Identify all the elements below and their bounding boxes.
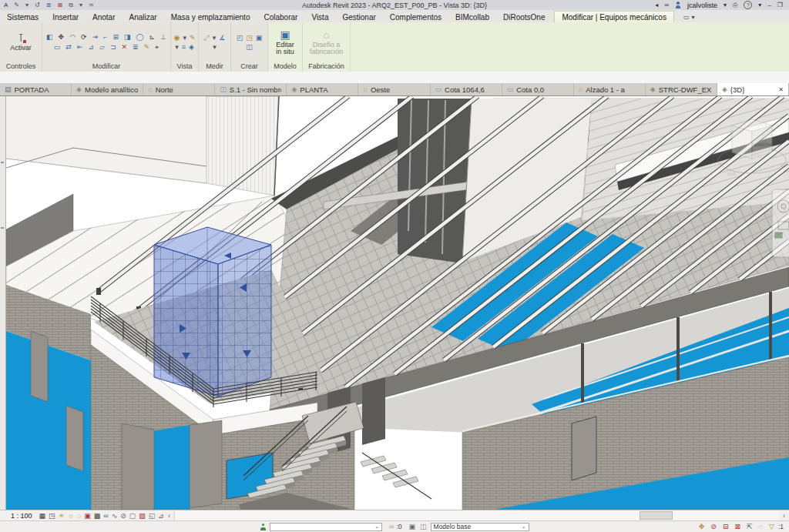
- design-options-icon[interactable]: ▣: [409, 523, 416, 530]
- collapse-icon[interactable]: ◂: [655, 2, 658, 8]
- help-menu-chevron-icon[interactable]: ▾: [758, 2, 761, 8]
- drawing-area[interactable]: DERECHA ESTE SUR ⌂: [0, 96, 789, 510]
- qat-icon[interactable]: ▾: [79, 0, 82, 10]
- tool-icon[interactable]: ⟳: [81, 33, 87, 41]
- view-tab[interactable]: ◈ PLANTA: [287, 83, 358, 95]
- tool-icon[interactable]: ▾: [213, 34, 217, 42]
- ribbon-tab[interactable]: Sistemas: [0, 12, 45, 22]
- qat-icon[interactable]: ⊠: [57, 0, 62, 10]
- tool-icon[interactable]: ⤢: [204, 34, 210, 42]
- status-icon[interactable]: ⊘: [710, 523, 717, 530]
- qat-icon[interactable]: ⧉: [69, 0, 73, 10]
- app-store-icon[interactable]: ⎙: [733, 2, 737, 9]
- view-control-icon[interactable]: ⊘: [120, 512, 126, 520]
- tool-icon[interactable]: ▭: [54, 43, 61, 51]
- editar-in-situ-button[interactable]: ▣ Editar in situ: [276, 28, 294, 56]
- status-icon[interactable]: ✥: [699, 523, 705, 530]
- panel-label-vista[interactable]: Vista: [171, 62, 198, 72]
- view-tab[interactable]: ⌂ Norte: [143, 83, 215, 95]
- 3d-model-view[interactable]: DERECHA ESTE SUR ⌂: [6, 96, 789, 510]
- view-control-icon[interactable]: ◳: [49, 512, 55, 520]
- status-icon[interactable]: ⊠: [734, 523, 740, 530]
- tool-icon[interactable]: ✥: [59, 33, 65, 41]
- status-icon[interactable]: ⇱: [747, 523, 753, 530]
- tool-icon[interactable]: ⊐: [110, 43, 116, 51]
- tool-icon[interactable]: ⇤: [77, 43, 83, 51]
- activar-button[interactable]: ⊺ Activar: [10, 32, 32, 52]
- view-control-icon[interactable]: ▢: [129, 512, 136, 520]
- view-tab[interactable]: ▭ Cota 1064,6: [431, 83, 502, 95]
- ribbon-tab[interactable]: Complementos: [383, 12, 448, 22]
- diseno-fabricacion-button[interactable]: ⌂ Diseño a fabricación: [310, 28, 344, 56]
- tool-icon[interactable]: ⇄: [65, 43, 72, 51]
- tool-icon[interactable]: ✕: [121, 43, 127, 51]
- ribbon-tab[interactable]: Colaborar: [257, 12, 304, 22]
- tool-icon[interactable]: ◨: [124, 33, 131, 41]
- tool-icon[interactable]: ◫: [246, 43, 253, 51]
- view-tab[interactable]: ⌂ Alzado 1 - a: [574, 83, 646, 95]
- restore-button[interactable]: ❐: [777, 2, 783, 8]
- view-tab[interactable]: ◈ Modelo analítico: [72, 83, 143, 95]
- scroll-left-arrow[interactable]: ‹: [164, 512, 174, 520]
- qat-icon[interactable]: ≂: [89, 0, 94, 10]
- qat-icon[interactable]: A: [4, 0, 8, 10]
- scrollbar-thumb[interactable]: [640, 511, 673, 520]
- panel-label-fabricacion[interactable]: Fabricación: [303, 62, 350, 72]
- tool-icon[interactable]: ◉: [174, 34, 180, 42]
- modify-options-chip[interactable]: ▭ ▾: [674, 12, 704, 22]
- user-menu-chevron-icon[interactable]: ▾: [724, 2, 727, 8]
- search-icon[interactable]: ∞: [664, 2, 669, 8]
- qat-icon[interactable]: ≣: [46, 0, 52, 10]
- tool-icon[interactable]: ∡: [219, 34, 225, 42]
- status-icon[interactable]: ⊟: [723, 523, 729, 530]
- view-control-icon[interactable]: ∞: [103, 512, 108, 520]
- minimize-button[interactable]: –: [767, 2, 771, 8]
- panel-label-controles[interactable]: Controles: [0, 62, 42, 72]
- worksets-icon[interactable]: [260, 524, 266, 530]
- qat-icon[interactable]: ▾: [25, 0, 29, 10]
- horizontal-scrollbar[interactable]: [174, 510, 779, 520]
- link-icon[interactable]: ∞: [389, 523, 394, 530]
- tool-icon[interactable]: ◈: [189, 43, 194, 51]
- panel-label-modelo[interactable]: Modelo: [268, 62, 302, 72]
- tool-icon[interactable]: ▱: [99, 43, 105, 51]
- viewcube-home-icon[interactable]: ⌂: [721, 110, 725, 117]
- view-tab[interactable]: ◫ S.1 - Sin nombre: [215, 83, 287, 95]
- tool-icon[interactable]: ⊾: [149, 33, 156, 41]
- scroll-right-arrow[interactable]: ›: [779, 512, 789, 520]
- qat-icon[interactable]: ✎: [14, 0, 19, 10]
- tool-icon[interactable]: ▣: [256, 34, 263, 42]
- view-control-icon[interactable]: ◌: [77, 512, 81, 520]
- view-tab[interactable]: ▤ PORTADA: [0, 83, 72, 95]
- status-icon[interactable]: ○: [759, 523, 763, 530]
- view-control-icon[interactable]: ▣: [84, 512, 91, 520]
- tool-icon[interactable]: ≡: [182, 43, 186, 51]
- contextual-ribbon-tab[interactable]: Modificar | Equipos mecánicos: [554, 11, 673, 22]
- ribbon-tab[interactable]: Vista: [304, 12, 335, 22]
- tool-icon[interactable]: ◧: [46, 33, 53, 41]
- panel-label-medir[interactable]: Medir: [199, 62, 230, 72]
- scale-button[interactable]: 1 : 100: [0, 512, 39, 520]
- help-icon[interactable]: ?: [744, 1, 752, 9]
- ribbon-tab[interactable]: Insertar: [45, 12, 86, 22]
- ribbon-tab[interactable]: DiRootsOne: [496, 12, 552, 22]
- close-view-icon[interactable]: ✕: [778, 86, 784, 93]
- ribbon-tab[interactable]: Anotar: [86, 12, 122, 22]
- selected-equipment-box[interactable]: [154, 227, 271, 396]
- panel-label-crear[interactable]: Crear: [231, 62, 267, 72]
- tool-icon[interactable]: ▾: [175, 43, 179, 51]
- tool-icon[interactable]: ⌐: [103, 33, 107, 41]
- tool-icon[interactable]: ◠: [69, 33, 76, 41]
- tool-icon[interactable]: ◯: [136, 33, 143, 41]
- navigation-bar[interactable]: [772, 189, 789, 257]
- design-option-select[interactable]: Modelo base ⌄: [431, 523, 529, 531]
- view-tab[interactable]: ◈ STRC-DWF_EXPORT: [646, 83, 717, 95]
- view-tab[interactable]: ▭ Cota 0,0: [502, 83, 574, 95]
- view-control-icon[interactable]: ☀: [59, 512, 65, 520]
- tool-icon[interactable]: ✎: [190, 34, 196, 42]
- tool-icon[interactable]: ⊿: [88, 43, 94, 51]
- signed-in-user[interactable]: jcalvoliste: [687, 2, 717, 9]
- tool-icon[interactable]: ⌖: [155, 43, 159, 51]
- tool-icon[interactable]: ✎: [144, 43, 150, 51]
- workset-select[interactable]: ⌄: [270, 523, 382, 531]
